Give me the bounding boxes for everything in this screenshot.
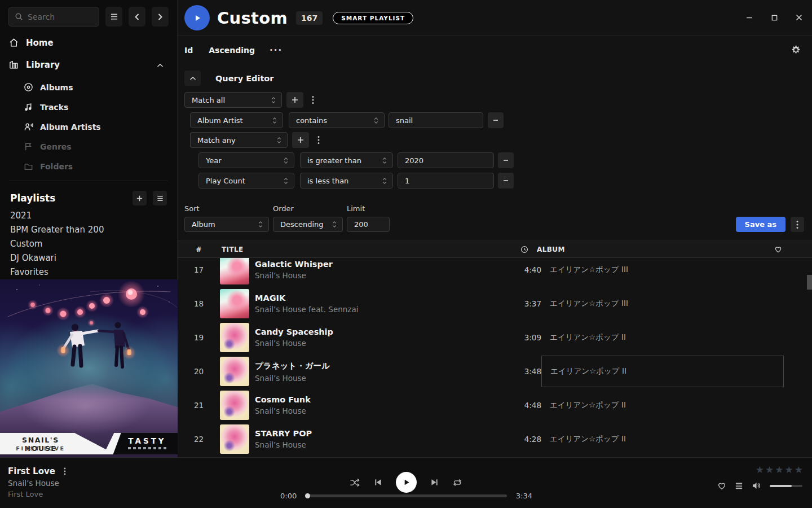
rule-operator-select[interactable]: contains	[289, 112, 385, 128]
next-button[interactable]	[430, 478, 439, 487]
match-type-select[interactable]: Match any	[190, 132, 288, 148]
rule-field-select[interactable]: Play Count	[198, 173, 294, 189]
playlist-item[interactable]: 2021	[10, 211, 32, 221]
star-icon[interactable]: ★	[756, 464, 765, 475]
maximize-button[interactable]	[769, 13, 779, 22]
star-icon[interactable]: ★	[795, 464, 804, 475]
rule-operator-value: contains	[296, 116, 369, 125]
rule-value-input[interactable]	[398, 173, 494, 189]
menu-button[interactable]	[105, 7, 122, 27]
sidebar-item-tracks[interactable]: Tracks	[24, 102, 68, 112]
remove-rule-button[interactable]	[498, 152, 514, 168]
playlist-item[interactable]: DJ Okawari	[10, 253, 56, 263]
previous-button[interactable]	[374, 478, 382, 487]
track-cover-thumbnail	[220, 289, 249, 318]
add-playlist-button[interactable]	[133, 191, 147, 205]
rule-field-select[interactable]: Album Artist	[190, 112, 283, 128]
column-title[interactable]: TITLE	[220, 246, 513, 253]
column-duration[interactable]	[495, 246, 528, 253]
table-row[interactable]: 18 MAGIKSnail’s House feat. Sennzai 3:37…	[178, 287, 812, 321]
sort-direction-button[interactable]: Ascending	[209, 46, 255, 55]
match-type-select[interactable]: Match all	[184, 92, 282, 108]
collapse-query-editor-button[interactable]	[184, 71, 201, 86]
track-album[interactable]: エイリアン☆ポップ II	[541, 322, 784, 353]
album-art-illustration	[0, 279, 178, 457]
save-as-button[interactable]: Save as	[736, 217, 785, 232]
table-row[interactable]: 22 STARRY POPSnail’s House 4:28 エイリアン☆ポッ…	[178, 422, 812, 456]
playlist-item[interactable]: Favorites	[10, 267, 48, 277]
sidebar-item-albums[interactable]: Albums	[24, 82, 73, 92]
favorite-button[interactable]	[717, 481, 726, 490]
add-rule-button[interactable]	[292, 132, 309, 148]
add-rule-button[interactable]	[286, 92, 303, 108]
track-album-selected-cell[interactable]: エイリアン☆ポップ II	[541, 356, 784, 387]
now-playing-album-art[interactable]: SNAIL'S HOUSE FIRST LOVE TASTY	[0, 279, 178, 457]
track-album[interactable]: エイリアン☆ポップ III	[541, 288, 784, 319]
sidebar-divider	[9, 181, 168, 181]
volume-button[interactable]	[752, 481, 761, 490]
remove-rule-button[interactable]	[498, 173, 514, 189]
column-favorite[interactable]	[771, 246, 799, 253]
limit-input[interactable]	[347, 217, 390, 232]
sidebar-item-home[interactable]: Home	[8, 37, 169, 48]
remove-rule-button[interactable]	[488, 112, 504, 128]
column-index[interactable]: #	[178, 246, 220, 253]
rule-operator-select[interactable]: is greater than	[300, 152, 393, 168]
sidebar-item-album-artists[interactable]: Album Artists	[24, 122, 101, 132]
nav-back-button[interactable]	[129, 7, 145, 27]
track-title: Galactic Whisper	[255, 260, 508, 269]
select-caret-icon	[258, 221, 263, 228]
rating-stars[interactable]: ★★★★★	[756, 464, 804, 475]
table-row[interactable]: 20 プラネット・ガールSnail’s House 3:48 エイリアン☆ポップ…	[178, 354, 812, 388]
sidebar-item-genres[interactable]: Genres	[24, 142, 72, 151]
chevron-up-icon	[189, 76, 196, 81]
seek-knob[interactable]	[305, 493, 310, 498]
rule-value-input[interactable]	[389, 112, 483, 128]
playlist-item[interactable]: BPM Greater than 200	[10, 225, 104, 235]
play-pause-button[interactable]	[396, 472, 417, 493]
sort-field-button[interactable]: Id	[184, 46, 193, 55]
more-options-button[interactable]: ···	[270, 47, 283, 53]
table-row[interactable]: 21 Cosmo FunkSnail’s House 4:48 エイリアン☆ポッ…	[178, 388, 812, 422]
rule-operator-select[interactable]: is less than	[300, 173, 393, 189]
search-input[interactable]	[28, 12, 93, 21]
minimize-button[interactable]	[744, 13, 754, 22]
rule-value-input[interactable]	[398, 152, 494, 168]
sidebar-item-folders[interactable]: Folders	[24, 161, 73, 171]
artist-icon	[24, 122, 33, 132]
settings-gear-button[interactable]	[791, 45, 801, 55]
star-icon[interactable]: ★	[765, 464, 774, 475]
search-box[interactable]	[8, 7, 99, 27]
track-album[interactable]: エイリアン☆ポップ II	[541, 389, 784, 421]
track-album[interactable]: エイリアン☆ポップ III	[541, 254, 784, 286]
order-label: Order	[273, 204, 343, 213]
track-artist: Snail’s House	[255, 339, 508, 348]
group-menu-button[interactable]	[307, 92, 319, 108]
play-icon	[193, 14, 202, 23]
queue-button[interactable]	[735, 482, 743, 490]
sort-select[interactable]: Album	[184, 217, 269, 232]
chevron-up-icon[interactable]	[157, 60, 164, 70]
table-row[interactable]: 17 Galactic WhisperSnail’s House 4:40 エイ…	[178, 253, 812, 287]
track-album[interactable]: エイリアン☆ポップ II	[541, 423, 784, 455]
track-duration: 4:40	[508, 265, 541, 274]
sidebar-item-library[interactable]: Library	[8, 59, 169, 70]
manage-playlists-button[interactable]	[153, 191, 167, 205]
close-button[interactable]	[794, 13, 804, 22]
play-playlist-button[interactable]	[184, 5, 210, 30]
rule-field-select[interactable]: Year	[198, 152, 294, 168]
playlist-item[interactable]: Custom	[10, 239, 42, 249]
repeat-button[interactable]	[452, 478, 462, 487]
order-select[interactable]: Descending	[273, 217, 343, 232]
star-icon[interactable]: ★	[785, 464, 794, 475]
shuffle-button[interactable]	[350, 478, 360, 487]
nav-forward-button[interactable]	[152, 7, 169, 27]
scrollbar-thumb[interactable]	[807, 275, 812, 290]
volume-slider[interactable]	[770, 485, 802, 487]
column-album[interactable]: ALBUM	[528, 246, 771, 253]
group-menu-button[interactable]	[312, 132, 325, 148]
table-row[interactable]: 19 Candy SpaceshipSnail’s House 3:09 エイリ…	[178, 321, 812, 354]
seek-bar[interactable]	[306, 494, 507, 497]
star-icon[interactable]: ★	[775, 464, 784, 475]
save-menu-button[interactable]	[791, 217, 804, 232]
